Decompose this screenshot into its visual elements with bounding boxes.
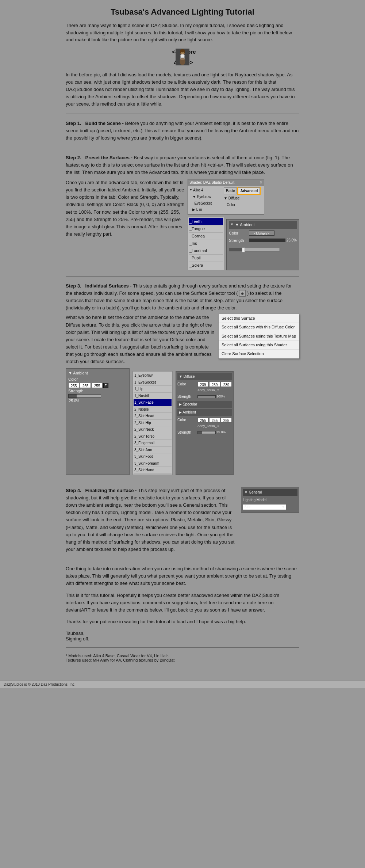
ambient2-strength-value: 25.0% — [216, 430, 226, 435]
ambient2-strength-label: Strength — [177, 430, 197, 435]
tool-icon: ⊕ — [239, 290, 246, 297]
strength-value2: 25.0% — [69, 399, 79, 403]
menu-item-3[interactable]: Select all Surfaces using this Texture M… — [219, 332, 299, 341]
slider-fill — [229, 248, 242, 251]
lighting-model-label: Lighting Model — [243, 497, 272, 503]
divider3 — [66, 276, 299, 277]
a2g-box[interactable]: 255 — [209, 418, 220, 423]
step2-block: Step 2. Preset the Surfaces - Best way t… — [66, 154, 299, 270]
ambient-surfaces-row: _Teeth _Tongue _Cornea _Iris _Lacrimal _… — [188, 217, 299, 270]
aiko-row: ▼ Aiko 4 — [189, 187, 222, 193]
daz-footer: Daz|Studios is © 2010 Daz Productions, I… — [0, 681, 365, 688]
menu-item-4[interactable]: Select all Surfaces using this Shader — [219, 341, 299, 350]
general-panel: ▼ General Lighting Model Skin ▼ — [241, 487, 299, 513]
strength-field-row: Strength 25.0% — [229, 237, 297, 244]
diffuse-strength-bar — [197, 395, 216, 398]
diffuse-color-row: Color 239 239 239 — [177, 381, 232, 387]
basic-tab[interactable]: Basic — [224, 187, 237, 195]
step3-intro: Step 3. Individual Surfaces - This step … — [66, 282, 299, 312]
sl2-4[interactable]: 1_Nostril — [134, 393, 172, 400]
sl2-13[interactable]: 3_SkinFoot — [134, 453, 172, 460]
credits: * Models used: Aiko 4 Base, Casual Wear … — [66, 654, 299, 662]
db-box[interactable]: 239 — [221, 382, 232, 387]
ambient2-rgb: 255 255 255 — [197, 418, 232, 423]
ambient2-color-row: Color 255 255 255 — [177, 417, 232, 423]
surface-iris[interactable]: _Iris — [189, 240, 223, 247]
shader-dialog-panel: Shader: DAZ Studio Default ✕ ▼ Aiko 4 ▼ … — [188, 179, 299, 270]
step3-layout: What we do here is set the color of the … — [66, 314, 299, 365]
lighting-model-dropdown[interactable]: Skin ▼ — [243, 504, 287, 510]
diffuse-strength-label: Strength — [177, 394, 197, 400]
diffuse-panel: ▼ Diffuse Color 239 239 239 Anny_Torso_C… — [176, 371, 234, 475]
svg-point-16 — [181, 54, 185, 57]
b-input[interactable]: 255 — [92, 383, 103, 388]
diffuse-rgb: 239 239 239 — [197, 382, 232, 387]
sl2-8[interactable]: 2_SkinHip — [134, 420, 172, 427]
slider-track[interactable] — [229, 248, 280, 251]
ambient2-strength-fill — [198, 431, 202, 434]
lighting-model-dropdown-row: Skin ▼ — [243, 504, 297, 510]
step1-block: Step 1. Build the Scene - Before you do … — [66, 120, 299, 142]
slider-row — [229, 248, 297, 251]
surface-tongue[interactable]: _Tongue — [189, 225, 223, 233]
closing1: One thing to take into consideration whe… — [66, 565, 299, 587]
sl2-10[interactable]: 2_SkinTorso — [134, 433, 172, 440]
multiple-swatch[interactable]: <Multiple> — [249, 231, 274, 236]
step2-inline-row: Once you are at the advanced tab, scroll… — [66, 179, 299, 270]
diffuse-color-label: Color — [177, 381, 197, 387]
surface-cornea[interactable]: _Cornea — [189, 233, 223, 240]
sl2-11[interactable]: 3_Fingernail — [134, 440, 172, 447]
sl2-15[interactable]: 3_SkinHand — [134, 467, 172, 474]
menu-item-2[interactable]: Select all Surfaces with this Diffuse Co… — [219, 323, 299, 332]
surface-lacrimal[interactable]: _Lacrimal — [189, 247, 223, 255]
step2-text-p: Once you are at the advanced tab, scroll… — [66, 179, 185, 238]
step4-text: Step 4. Finalizing the surface - This st… — [66, 487, 238, 553]
rgb-input: 255 255 255 ▼ — [68, 383, 127, 388]
sl2-7[interactable]: 2_SkinHead — [134, 413, 172, 420]
sl2-5[interactable]: 1_SkinFace — [134, 399, 172, 406]
sl2-2[interactable]: 1_EyeSocket — [134, 379, 172, 386]
ambient-panel: ▼ ▼ Ambient Color <Multiple> Strength — [226, 219, 299, 270]
menu-item-1[interactable]: Select this Surface — [219, 314, 299, 323]
eyebrow-item: ▼ Eyebrow — [189, 194, 222, 200]
surface-teeth[interactable]: _Teeth — [189, 218, 223, 225]
a2r-box[interactable]: 255 — [197, 418, 208, 423]
g-input[interactable]: 255 — [80, 383, 91, 388]
color-arrow[interactable]: ▼ — [103, 383, 108, 388]
divider1 — [66, 114, 299, 114]
surface-pupil[interactable]: _Pupil — [189, 255, 223, 262]
slider-thumb[interactable] — [242, 247, 245, 252]
sl2-1[interactable]: 1_Eyebrow — [134, 372, 172, 379]
advanced-tab[interactable]: Advanced — [238, 187, 260, 195]
diffuse-label: ▼ Diffuse — [224, 195, 262, 201]
dg-box[interactable]: 239 — [209, 382, 220, 387]
menu-item-5[interactable]: Clear Surface Selection — [219, 350, 299, 358]
a2b-box[interactable]: 255 — [221, 418, 232, 423]
surfaces-list: _Teeth _Tongue _Cornea _Iris _Lacrimal _… — [188, 217, 224, 270]
step4-block: Step 4. Finalizing the surface - This st… — [66, 487, 299, 553]
svg-rect-15 — [184, 50, 185, 53]
sl2-14[interactable]: 3_SkinForearm — [134, 460, 172, 467]
step3-text-p3: What we do here is set the color of the … — [66, 314, 215, 365]
dr-box[interactable]: 239 — [197, 382, 208, 387]
before-after-section: <- Before After -> — [66, 49, 299, 65]
signature: Tsubasa, Signing off. — [66, 631, 299, 642]
color-field-row: Color <Multiple> — [229, 230, 297, 236]
svg-rect-14 — [180, 50, 181, 53]
r-input[interactable]: 255 — [68, 383, 79, 388]
page-title: Tsubasa's Advanced Lighting Tutorial — [66, 7, 299, 17]
strength-bar2 — [68, 394, 101, 398]
diffuse-texture-label: Anny_Torso_C — [177, 388, 232, 393]
sl2-9[interactable]: 2_SkinNeck — [134, 426, 172, 433]
surface-sclera[interactable]: _Sclera — [189, 262, 223, 269]
step3-block: Step 3. Individual Surfaces - This step … — [66, 282, 299, 475]
divider4 — [66, 481, 299, 481]
sl2-12[interactable]: 3_SkinArm — [134, 447, 172, 454]
sl2-3[interactable]: 1_Lip — [134, 386, 172, 393]
strength-field-label: Strength — [229, 237, 249, 244]
color-label2: Color — [68, 377, 78, 381]
sl2-6[interactable]: 2_Nipple — [134, 406, 172, 413]
context-menu-panel: Select this Surface Select all Surfaces … — [218, 314, 299, 365]
ambient2-texture-label: Anny_Torso_C — [177, 424, 232, 429]
step3-bottom-row: ▼ Ambient Color 255 255 255 ▼ Strength — [66, 368, 299, 475]
